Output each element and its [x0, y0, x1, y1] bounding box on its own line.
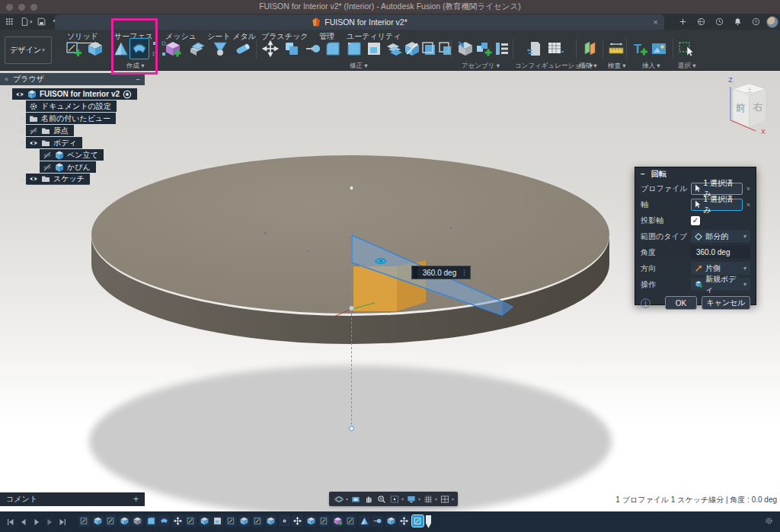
visibility-off-icon[interactable]: [43, 163, 52, 172]
new-tab-icon[interactable]: [675, 15, 690, 29]
pan-icon[interactable]: [362, 492, 375, 505]
browser-item-FUISON for Interior v2[interactable]: »FUISON for Interior v2: [0, 88, 152, 100]
display-settings-icon[interactable]: [404, 492, 417, 505]
extensions-icon[interactable]: [693, 15, 708, 29]
visibility-on-icon[interactable]: [29, 174, 38, 183]
timeline-feature-icon[interactable]: [398, 515, 410, 527]
timeline-feature-icon[interactable]: [372, 515, 383, 527]
more-options-icon[interactable]: ⋮: [461, 269, 470, 276]
notifications-icon[interactable]: [730, 15, 745, 29]
timeline-settings-icon[interactable]: [764, 515, 774, 529]
look-at-icon[interactable]: [349, 492, 362, 505]
create-sketch-icon[interactable]: [64, 38, 84, 59]
timeline-feature-icon[interactable]: [78, 515, 90, 527]
bom-icon[interactable]: [492, 38, 512, 59]
configuration-table-icon[interactable]: [545, 38, 565, 59]
fit-icon[interactable]: [388, 492, 401, 505]
timeline-feature-icon[interactable]: [185, 515, 197, 527]
timeline-step-back-icon[interactable]: [18, 516, 29, 527]
viewports-icon[interactable]: [438, 492, 451, 505]
timeline-feature-current[interactable]: [412, 515, 424, 527]
tube-icon[interactable]: [233, 38, 253, 59]
extent-type-dropdown[interactable]: 部分的 ▾: [691, 230, 750, 243]
minimize-panel-icon[interactable]: −: [136, 75, 140, 84]
browser-node[interactable]: 原点: [26, 125, 74, 136]
expand-open-icon[interactable]: »: [5, 91, 12, 98]
timeline-marker[interactable]: [426, 515, 431, 528]
construct-plane-icon[interactable]: [580, 38, 600, 59]
browser-item-スケッチ[interactable]: »スケッチ: [0, 174, 152, 185]
new-component-icon[interactable]: [474, 38, 494, 59]
timeline-feature-icon[interactable]: [172, 515, 184, 527]
fillet-icon[interactable]: [323, 38, 343, 59]
collapse-panel-icon[interactable]: «: [5, 75, 8, 83]
toolbar-group-label[interactable]: 修正 ▾: [350, 62, 368, 71]
timeline-go-start-icon[interactable]: [5, 516, 16, 527]
timeline-feature-icon[interactable]: [279, 515, 290, 527]
timeline-step-forward-icon[interactable]: [43, 516, 55, 527]
browser-item-名前の付いたビュー[interactable]: »名前の付いたビュー: [0, 113, 152, 124]
timeline-feature-icon[interactable]: [238, 515, 250, 527]
timeline-feature-icon[interactable]: [359, 515, 370, 527]
browser-node[interactable]: ボディ: [26, 137, 82, 148]
chevron-down-icon[interactable]: ▾: [452, 496, 454, 502]
comments-bar[interactable]: コメント +: [0, 492, 145, 506]
timeline-feature-icon[interactable]: [158, 515, 170, 527]
extrude-icon[interactable]: [85, 38, 105, 59]
browser-node[interactable]: FUISON for Interior v2: [12, 88, 137, 100]
toolbar-group-label[interactable]: アセンブリ ▾: [462, 62, 500, 71]
save-icon[interactable]: [34, 15, 50, 29]
visibility-on-icon[interactable]: [15, 90, 24, 99]
measure-icon[interactable]: [606, 38, 626, 59]
browser-node[interactable]: スケッチ: [26, 174, 90, 185]
visibility-off-icon[interactable]: [29, 126, 38, 135]
app-launcher-icon[interactable]: [2, 15, 17, 29]
timeline-feature-icon[interactable]: [199, 515, 210, 527]
shell-icon[interactable]: [364, 38, 384, 59]
move-icon[interactable]: [261, 38, 280, 59]
browser-node[interactable]: かびん: [40, 161, 96, 173]
timeline-feature-icon[interactable]: [305, 515, 317, 527]
zoom-icon[interactable]: [375, 492, 388, 505]
chevron-down-icon[interactable]: ▾: [418, 496, 420, 502]
toolbar-group-label[interactable]: 挿入 ▾: [642, 62, 660, 71]
toolbar-group-label[interactable]: 選択 ▾: [678, 62, 696, 71]
angle-field[interactable]: 360.0 deg: [691, 246, 750, 259]
timeline-feature-icon[interactable]: [119, 515, 130, 527]
combine-icon[interactable]: [282, 38, 302, 59]
expand-closed-icon[interactable]: »: [18, 115, 26, 123]
timeline-feature-icon[interactable]: [345, 515, 356, 527]
timeline-feature-icon[interactable]: [318, 515, 330, 527]
toolbar-group-label[interactable]: 構築 ▾: [579, 62, 597, 71]
angle-input[interactable]: ⋮⋮ 360.0 deg ⋮: [411, 266, 471, 279]
timeline-feature-icon[interactable]: [332, 515, 344, 527]
expand-closed-icon[interactable]: »: [18, 176, 26, 183]
cancel-button[interactable]: キャンセル: [702, 296, 750, 310]
browser-item-かびん[interactable]: かびん: [0, 161, 152, 173]
timeline-feature-icon[interactable]: [225, 515, 237, 527]
timeline-play-icon[interactable]: [30, 516, 42, 527]
clear-axis-icon[interactable]: ×: [746, 201, 750, 209]
offset-icon[interactable]: [384, 38, 404, 59]
ok-button[interactable]: OK: [665, 296, 697, 310]
chevron-down-icon[interactable]: ▾: [401, 496, 404, 502]
expand-closed-icon[interactable]: »: [18, 127, 26, 135]
timeline-feature-icon[interactable]: [105, 515, 117, 527]
timeline-feature-icon[interactable]: [92, 515, 104, 527]
insert-component-icon[interactable]: [456, 38, 475, 59]
browser-header[interactable]: « ブラウザ −: [0, 73, 145, 85]
toolbar-group-label[interactable]: 検査 ▾: [608, 62, 626, 71]
expand-open-icon[interactable]: »: [18, 139, 26, 147]
browser-node[interactable]: ドキュメントの設定: [26, 100, 117, 112]
flange-icon[interactable]: [187, 38, 207, 59]
mesh-icon[interactable]: [163, 38, 183, 59]
chamfer-icon[interactable]: [344, 38, 364, 59]
insert-canvas-icon[interactable]: [649, 38, 669, 59]
browser-item-ペン立て[interactable]: ペン立て: [0, 149, 152, 161]
workspace-selector[interactable]: デザイン ▾: [5, 37, 52, 64]
add-comment-icon[interactable]: +: [133, 494, 139, 505]
visibility-off-icon[interactable]: [43, 151, 52, 160]
browser-item-ドキュメントの設定[interactable]: »ドキュメントの設定: [0, 100, 152, 112]
info-icon[interactable]: i: [641, 298, 651, 308]
projection-checkbox[interactable]: ✓: [691, 216, 700, 225]
